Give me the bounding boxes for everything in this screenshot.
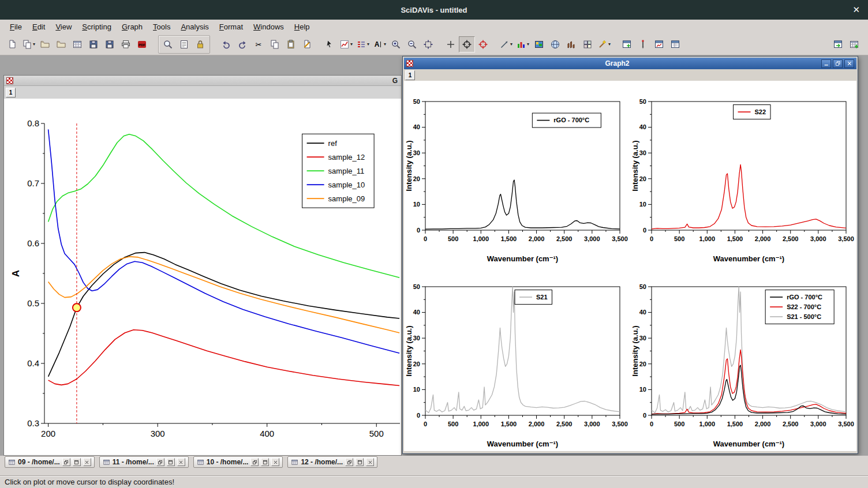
arrange-layers-button[interactable] [579,36,596,52]
dock-window-icon [833,39,843,50]
uvvis-absorbance-chart[interactable]: 2003004005000.30.40.50.60.70.8Arefsample… [4,99,401,455]
status-bar: Click on plot or move cursor to display … [0,475,868,488]
tab-close-button[interactable] [271,458,279,466]
plot-3d-sphere-button[interactable] [547,36,563,52]
tab-maximize-button[interactable] [261,458,269,466]
copy-selection-button[interactable] [267,36,283,52]
graph1-title-bar[interactable]: G [4,76,401,86]
results-log-button[interactable] [176,36,192,52]
plot-wizard-button[interactable]: ▾ [596,36,612,52]
raman-chart-s22[interactable]: 05001,0001,5002,0002,5003,0003,500010203… [630,81,856,266]
new-table-button[interactable] [69,36,85,52]
new-note-button[interactable] [299,36,315,52]
svg-text:Wavenumber (cm⁻¹): Wavenumber (cm⁻¹) [487,440,558,448]
add-text-icon: A [373,39,383,50]
menu-edit[interactable]: Edit [27,21,50,33]
tab-maximize-button[interactable] [356,458,364,466]
lock-toolbars-button[interactable] [192,36,208,52]
menu-format[interactable]: Format [214,21,248,33]
menu-view[interactable]: View [50,21,77,33]
raman-chart-combined[interactable]: 05001,0001,5002,0002,5003,0003,500010203… [630,266,856,451]
window-close-button[interactable]: ✕ [852,5,860,15]
taskbar-tab-12[interactable]: 12 - /home/... [287,456,377,468]
add-image-button[interactable] [531,36,547,52]
taskbar-tab-11[interactable]: 11 - /home/... [99,456,189,468]
menu-windows[interactable]: Windows [248,21,289,33]
plot-3d-bars-button[interactable] [563,36,579,52]
draw-line-button[interactable]: ▾ [497,36,514,52]
taskbar-tab-09[interactable]: 09 - /home/... [5,456,95,468]
plot-style-button[interactable]: ▾ [354,36,371,52]
add-curve-button[interactable]: ▾ [514,36,531,52]
open-template-button[interactable] [53,36,69,52]
menu-tools[interactable]: Tools [148,21,175,33]
graph2-window[interactable]: Graph2 1 05001,0001,5002,0002,5003,0003,… [402,56,858,454]
save-project-button[interactable] [85,36,102,52]
export-pdf-icon: PDF [137,39,147,50]
disable-tools-icon [324,39,335,50]
save-template-button[interactable] [102,36,118,52]
tab-close-button[interactable] [177,458,185,466]
raman-chart-s21[interactable]: 05001,0001,5002,0002,5003,0003,500010203… [404,266,630,451]
cut-selection-button[interactable]: ✂ [250,36,267,52]
graph2-layer-button[interactable]: 1 [405,70,415,80]
svg-text:0: 0 [424,421,427,427]
graph1-layer-button[interactable]: 1 [6,88,16,97]
new-aspect-button[interactable]: ▾ [20,36,37,52]
select-data-range-button[interactable] [443,36,459,52]
toolbar-group-1 [158,35,210,54]
graph1-window[interactable]: G 1 2003004005000.30.40.50.60.70.8Arefsa… [3,75,402,456]
print-button[interactable] [118,36,134,52]
tab-close-button[interactable] [83,458,91,466]
tab-close-button[interactable] [366,458,374,466]
tab-restore-button[interactable] [62,458,70,466]
window-title: SciDAVis - untitled [401,6,467,14]
add-curve-icon [516,39,526,50]
zoom-out-button[interactable] [404,36,420,52]
raman-chart-rgo[interactable]: 05001,0001,5002,0002,5003,0003,500010203… [404,81,630,266]
svg-text:sample_11: sample_11 [328,167,365,175]
tab-maximize-button[interactable] [73,458,81,466]
pointer-tool-button[interactable] [635,36,651,52]
save-project-icon [88,39,99,50]
svg-text:20: 20 [413,361,420,367]
add-layer-button[interactable] [619,36,635,52]
paste-selection-button[interactable] [283,36,299,52]
graph2-minimize-button[interactable] [821,59,831,68]
tab-restore-button[interactable] [250,458,259,466]
menu-analysis[interactable]: Analysis [175,21,214,33]
curve-style-button[interactable]: ▾ [338,36,354,52]
add-column-button[interactable] [846,36,862,52]
graph2-title-bar[interactable]: Graph2 [404,58,856,69]
data-reader-button[interactable] [459,36,475,52]
new-function-plot-button[interactable] [667,36,683,52]
menu-scripting[interactable]: Scripting [77,21,117,33]
svg-text:2,500: 2,500 [783,235,799,242]
menu-graph[interactable]: Graph [117,21,148,33]
screen-reader-button[interactable] [475,36,491,52]
export-pdf-button[interactable]: PDF [134,36,150,52]
svg-text:30: 30 [639,149,646,156]
zoom-in-button[interactable] [388,36,404,52]
new-graph-button[interactable] [651,36,667,52]
tab-restore-button[interactable] [156,458,164,466]
tab-maximize-button[interactable] [167,458,175,466]
rescale-axes-button[interactable] [420,36,436,52]
new-project-button[interactable] [4,36,20,52]
redo-button[interactable] [234,36,250,52]
add-text-button[interactable]: A▾ [371,36,388,52]
open-template-icon [56,39,66,50]
undo-button[interactable] [218,36,234,52]
open-project-button[interactable] [37,36,53,52]
taskbar-tab-10[interactable]: 10 - /home/... [193,456,283,468]
disable-tools-button[interactable] [321,36,338,52]
dock-window-button[interactable] [830,36,846,52]
graph2-close-button[interactable] [844,59,854,68]
svg-text:2,000: 2,000 [529,421,545,427]
menu-file[interactable]: File [5,21,27,33]
tab-restore-button[interactable] [345,458,353,466]
graph2-restore-button[interactable] [833,59,843,68]
menu-help[interactable]: Help [289,21,315,33]
project-explorer-button[interactable] [160,36,176,52]
taskbar: 09 - /home/...11 - /home/...10 - /home/.… [0,456,868,468]
